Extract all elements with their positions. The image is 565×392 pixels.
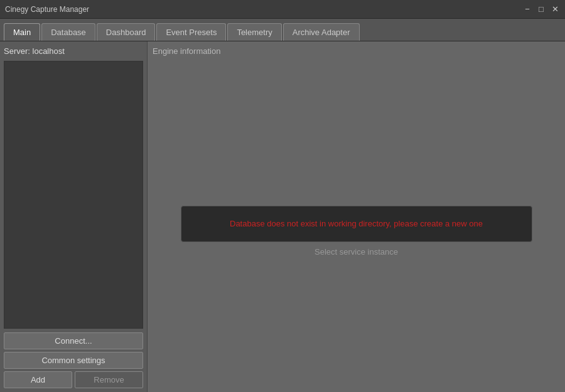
left-buttons: Connect... Common settings Add Remove bbox=[4, 332, 143, 388]
main-content: Server: localhost Connect... Common sett… bbox=[0, 41, 565, 392]
server-list[interactable] bbox=[4, 61, 143, 329]
right-panel: Engine information Database does not exi… bbox=[148, 41, 565, 392]
select-hint: Select service instance bbox=[315, 247, 398, 257]
error-box: Database does not exist in working direc… bbox=[181, 206, 532, 242]
window-title: Cinegy Capture Manager bbox=[5, 5, 89, 14]
tab-telemetry[interactable]: Telemetry bbox=[227, 23, 281, 41]
common-settings-button[interactable]: Common settings bbox=[4, 352, 143, 369]
restore-button[interactable]: □ bbox=[536, 5, 546, 13]
tab-bar: Main Database Dashboard Event Presets Te… bbox=[0, 19, 565, 41]
tab-dashboard[interactable]: Dashboard bbox=[97, 23, 156, 41]
connect-button[interactable]: Connect... bbox=[4, 332, 143, 349]
title-bar: Cinegy Capture Manager − □ ✕ bbox=[0, 0, 565, 19]
add-button[interactable]: Add bbox=[4, 371, 72, 388]
left-panel: Server: localhost Connect... Common sett… bbox=[0, 41, 148, 392]
title-bar-controls: − □ ✕ bbox=[522, 5, 560, 13]
engine-info-label: Engine information bbox=[153, 46, 560, 56]
engine-info-area: Database does not exist in working direc… bbox=[153, 61, 560, 387]
server-label: Server: localhost bbox=[4, 45, 143, 57]
tab-database[interactable]: Database bbox=[41, 23, 95, 41]
remove-button[interactable]: Remove bbox=[75, 371, 143, 388]
error-text: Database does not exist in working direc… bbox=[230, 219, 483, 228]
minimize-button[interactable]: − bbox=[522, 5, 532, 13]
tab-event-presets[interactable]: Event Presets bbox=[156, 23, 226, 41]
tab-archive-adapter[interactable]: Archive Adapter bbox=[283, 23, 360, 41]
close-button[interactable]: ✕ bbox=[550, 5, 560, 13]
bottom-buttons: Add Remove bbox=[4, 371, 143, 388]
tab-main[interactable]: Main bbox=[4, 23, 40, 41]
title-bar-left: Cinegy Capture Manager bbox=[5, 5, 89, 14]
